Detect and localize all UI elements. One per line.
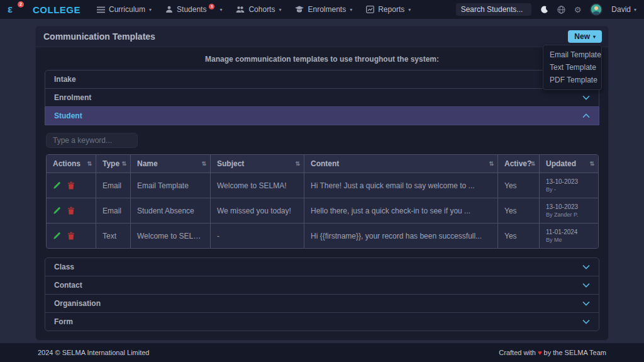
menu-item-pdf-template[interactable]: PDF Template [543,74,601,86]
dark-mode-moon-icon[interactable] [540,6,548,14]
edit-icon[interactable] [53,232,61,240]
gear-icon[interactable]: ⚙ [574,5,582,14]
cell-name: Email Template [130,173,210,198]
column-header-updated[interactable]: Updated⇅ [539,155,598,173]
section-label: Student [54,111,82,120]
menu-item-curriculum[interactable]: Curriculum ▾ [97,5,152,14]
page-title: Communication Templates [43,31,155,42]
cell-name: Student Absence [130,198,210,223]
table-row: Text Welcome to SELMA! - Hi {{firstname}… [47,223,598,248]
menu-item-text-template[interactable]: Text Template [543,61,601,74]
delete-icon[interactable] [67,232,75,240]
user-avatar[interactable] [590,3,602,16]
menu-item-cohorts[interactable]: Cohorts ▾ [236,5,281,14]
sort-icon[interactable]: ⇅ [589,161,594,167]
table-row: Email Student Absence We missed you toda… [47,198,598,223]
section-label: Enrolment [54,93,91,102]
menu-item-reports[interactable]: Reports ▾ [366,5,411,14]
column-header-name[interactable]: Name⇅ [130,155,210,173]
cell-active: Yes [497,223,539,248]
logo-notification-badge: 2 [18,1,24,8]
cell-updated: 13-10-2023 By - [539,173,598,198]
brand-title[interactable]: COLLEGE [33,4,80,15]
navbar-right: ⚙ David ▾ [456,3,636,16]
card-body: Manage communication templates to use th… [36,47,608,340]
sort-icon[interactable]: ⇅ [201,161,206,167]
app-logo[interactable]: ε 2 [8,3,21,16]
sort-icon[interactable]: ⇅ [87,161,92,167]
menu-icon [97,6,105,13]
cell-subject: Welcome to SELMA! [210,173,304,198]
main-content: Communication Templates New ▾ Email Temp… [0,19,644,343]
user-menu[interactable]: David ▾ [611,5,636,14]
accordion-section-organisation[interactable]: Organisation [45,294,599,313]
chevron-down-icon [582,301,590,306]
accordion-section-form[interactable]: Form [45,312,599,331]
cell-name: Welcome to SELMA! [130,223,210,248]
column-header-active[interactable]: Active?⇅ [497,155,539,173]
cell-type: Text [96,223,130,248]
chevron-down-icon: ▾ [593,34,596,40]
student-templates-panel: Actions⇅ Type⇅ Name⇅ Subject⇅ Content⇅ A… [45,125,599,257]
user-name-label: David [611,5,631,14]
main-menu: Curriculum ▾ Students 1 ▾ Cohorts ▾ Enro… [97,5,411,14]
section-label: Contact [54,281,82,290]
cell-updated: 13-10-2023 By Zander P. [539,198,598,223]
chevron-up-icon [582,113,590,118]
chevron-down-icon: ▾ [149,7,152,13]
chevron-down-icon: ▾ [634,7,636,13]
delete-icon[interactable] [67,206,75,215]
chevron-down-icon: ▾ [279,7,281,13]
menu-item-enrolments[interactable]: Enrolments ▾ [295,5,352,14]
sort-icon[interactable]: ⇅ [121,161,126,167]
edit-icon[interactable] [53,206,61,215]
cell-updated: 11-01-2024 By Me [539,223,598,248]
chevron-down-icon [582,319,590,324]
chevron-down-icon [582,264,590,269]
accordion-section-contact[interactable]: Contact [45,276,599,295]
graduation-cap-icon [295,6,304,13]
keyword-filter-input[interactable] [46,133,138,148]
chart-icon [366,6,374,13]
accordion-section-class[interactable]: Class [45,257,599,276]
people-icon [236,6,245,13]
menu-item-students[interactable]: Students 1 ▾ [165,5,222,14]
copyright-text: 2024 © SELMA International Limited [38,349,150,356]
card-header: Communication Templates New ▾ [36,26,608,47]
page-subtitle: Manage communication templates to use th… [45,55,599,64]
students-notification-badge: 1 [209,4,214,9]
new-button[interactable]: New ▾ [568,30,602,43]
crafted-text: Crafted with♥by the SELMA Team [499,349,606,356]
edit-icon[interactable] [53,181,61,189]
heart-icon: ♥ [538,349,542,356]
templates-table: Actions⇅ Type⇅ Name⇅ Subject⇅ Content⇅ A… [46,154,599,249]
menu-label: Reports [378,5,404,14]
delete-icon[interactable] [67,181,75,189]
section-label: Intake [54,75,76,84]
globe-icon[interactable] [557,6,565,14]
top-navbar: ε 2 COLLEGE Curriculum ▾ Students 1 ▾ Co… [0,0,644,19]
column-header-subject[interactable]: Subject⇅ [210,155,304,173]
sort-icon[interactable]: ⇅ [530,161,535,167]
new-button-label: New [574,32,590,41]
accordion-section-intake[interactable]: Intake [45,70,599,89]
search-students-input[interactable] [456,3,531,16]
sort-icon[interactable]: ⇅ [295,161,300,167]
sort-icon[interactable]: ⇅ [489,161,494,167]
menu-label: Cohorts [248,5,275,14]
person-icon [165,6,173,13]
accordion-section-enrolment[interactable]: Enrolment [45,88,599,107]
column-header-actions[interactable]: Actions⇅ [47,155,96,173]
column-header-type[interactable]: Type⇅ [96,155,130,173]
cell-active: Yes [497,198,539,223]
section-label: Class [54,263,74,271]
section-label: Organisation [54,299,101,308]
cell-content: Hi There! Just a quick email to say welc… [304,173,497,198]
chevron-down-icon [582,283,590,288]
column-header-content[interactable]: Content⇅ [304,155,497,173]
accordion-section-student[interactable]: Student [45,106,599,125]
menu-item-email-template[interactable]: Email Template [543,48,601,61]
cell-content: Hello there, just a quick check-in to se… [304,198,497,223]
chevron-down-icon: ▾ [408,7,411,13]
cell-subject: We missed you today! [210,198,304,223]
